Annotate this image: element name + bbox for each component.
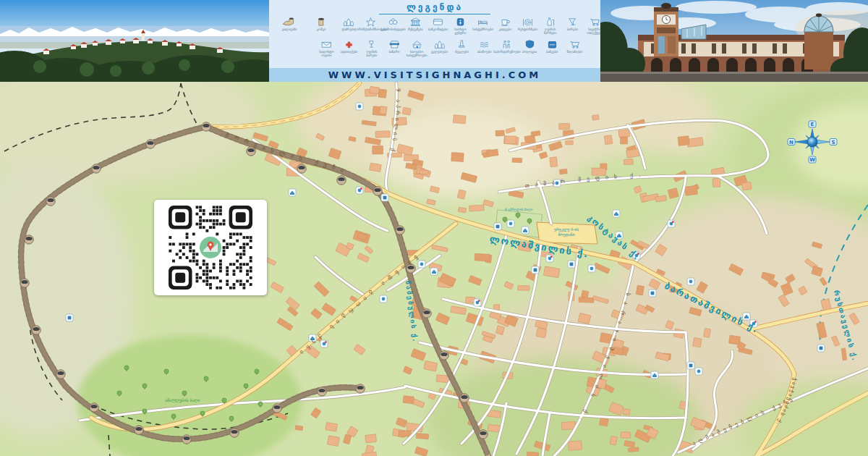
building xyxy=(623,409,629,415)
poi-marker xyxy=(66,314,73,321)
wall-tower xyxy=(56,370,65,379)
legend-item-bank: ბანკები xyxy=(541,38,563,54)
building xyxy=(550,157,558,167)
compass-letter-top: E xyxy=(811,122,814,127)
building xyxy=(326,422,338,431)
poi-marker xyxy=(418,261,425,268)
poi-marker xyxy=(649,290,656,297)
poi-marker xyxy=(687,362,694,369)
legend-item-pharmacy: აფთიაქები xyxy=(338,38,360,54)
building xyxy=(624,159,633,165)
legend-item-wc: საპირფარეშოები xyxy=(495,38,518,54)
shop-icon xyxy=(569,38,581,49)
building xyxy=(693,337,702,347)
legend-item-label: ძეგლები xyxy=(455,50,469,54)
legend-item-label: გადმოსახედები xyxy=(380,28,405,31)
wall-icon xyxy=(277,16,302,27)
legend-item-label: ეკლესიები xyxy=(431,50,448,54)
legend-item-label: აბანოები xyxy=(477,50,492,54)
poi-marker xyxy=(507,220,514,227)
qr-code-card xyxy=(154,200,267,295)
poi-marker xyxy=(380,295,387,303)
building xyxy=(742,182,752,190)
legend-title: ლეგენდა xyxy=(269,2,600,14)
compass-s-chip: S xyxy=(830,139,837,145)
building xyxy=(436,375,449,383)
poi-marker xyxy=(474,299,481,306)
bank-icon xyxy=(546,38,558,49)
building xyxy=(620,137,627,144)
legend-item-label: ბანკომატები xyxy=(428,28,448,31)
legend-item-police: პოლიცია xyxy=(519,38,541,54)
legend-item-museum: მუზეუმები xyxy=(404,16,427,31)
legend-row-2: საფოსტო ოფისიაფთიაქებიღვინის ბარებიბაზარ… xyxy=(315,38,586,58)
legend-rows: გალავანიკოშკიტაძრებიღირსშესანიშნაობებიგა… xyxy=(273,16,596,58)
poi-marker xyxy=(668,220,675,227)
legend-item-church: ეკლესიები xyxy=(428,38,451,54)
sight-icon xyxy=(365,16,377,27)
building xyxy=(531,131,540,137)
legend-item-post: საფოსტო ოფისი xyxy=(315,38,338,58)
hotel-icon xyxy=(477,16,489,27)
legend-item-wall: გალავანი xyxy=(273,16,305,31)
header-strip: ლეგენდა გალავანიკოშკიტაძრებიღირსშესანიშნ… xyxy=(0,0,868,82)
legend-item-shop: მაღაზიები xyxy=(563,38,586,54)
cityhall-photo-art xyxy=(600,0,868,82)
wall-tower xyxy=(297,164,306,173)
wall-tower xyxy=(92,164,101,173)
view-icon xyxy=(387,16,399,27)
building xyxy=(592,115,599,121)
legend-item-bar: ბარები xyxy=(561,16,584,31)
building xyxy=(566,140,574,145)
building xyxy=(636,285,644,295)
city-map: წმინდა გიორგის ქუჩაგორგასლის ქუჩააღმაშენ… xyxy=(0,82,868,456)
website-url[interactable]: WWW.VISITSIGHNAGHI.COM xyxy=(328,69,541,80)
legend-item-label: სასტუმროები xyxy=(472,28,493,31)
legend-item-view: გადმოსახედები xyxy=(382,16,404,31)
legend-item-label: კაფეები xyxy=(499,28,512,31)
building xyxy=(712,178,720,187)
church-icon xyxy=(433,38,446,49)
building xyxy=(581,290,588,298)
building xyxy=(512,158,522,163)
bar-icon xyxy=(566,16,579,27)
pharmacy-icon xyxy=(343,38,355,49)
website-banner[interactable]: WWW.VISITSIGHNAGHI.COM xyxy=(269,68,600,82)
building xyxy=(621,432,631,438)
wall-tower xyxy=(247,147,255,156)
building xyxy=(618,129,630,138)
plaza-label-line2: მოედანი xyxy=(558,232,574,237)
poi-marker xyxy=(430,268,438,275)
poi-marker xyxy=(695,368,702,375)
wall-tower xyxy=(230,428,239,437)
wall-tower xyxy=(356,384,365,393)
post-icon xyxy=(320,38,333,49)
poi-marker xyxy=(532,266,539,274)
poi-marker xyxy=(651,371,658,379)
legend-item-label: საფოსტო ოფისი xyxy=(315,50,338,58)
compass-n-chip: N xyxy=(788,139,795,145)
legend-item-tower: კოშკი xyxy=(305,16,337,31)
poi-marker xyxy=(320,340,328,347)
legend-item-label: ღვინის მარნები xyxy=(539,28,561,35)
building xyxy=(475,253,490,261)
wall-tower xyxy=(479,430,488,439)
monument-icon xyxy=(456,38,468,49)
poi-marker xyxy=(568,261,575,268)
compass-letter-left: N xyxy=(789,140,793,145)
legend-item-winebar: ღვინის ბარები xyxy=(360,38,383,58)
legend-item-restaurant: რესტორნები xyxy=(516,16,539,31)
building xyxy=(569,441,582,450)
building xyxy=(488,424,500,432)
bath-icon xyxy=(478,38,490,49)
building xyxy=(559,123,570,130)
legend-item-label: გალავანი xyxy=(281,28,297,31)
building xyxy=(370,86,380,94)
building xyxy=(416,433,429,439)
wall-tower xyxy=(396,226,404,235)
compass-w-chip: W xyxy=(809,156,816,163)
wall-tower xyxy=(337,176,346,185)
legend-item-atm: ბანკომატები xyxy=(427,16,449,31)
legend-item-label: კოშკი xyxy=(317,28,326,31)
wall-tower xyxy=(20,279,29,287)
